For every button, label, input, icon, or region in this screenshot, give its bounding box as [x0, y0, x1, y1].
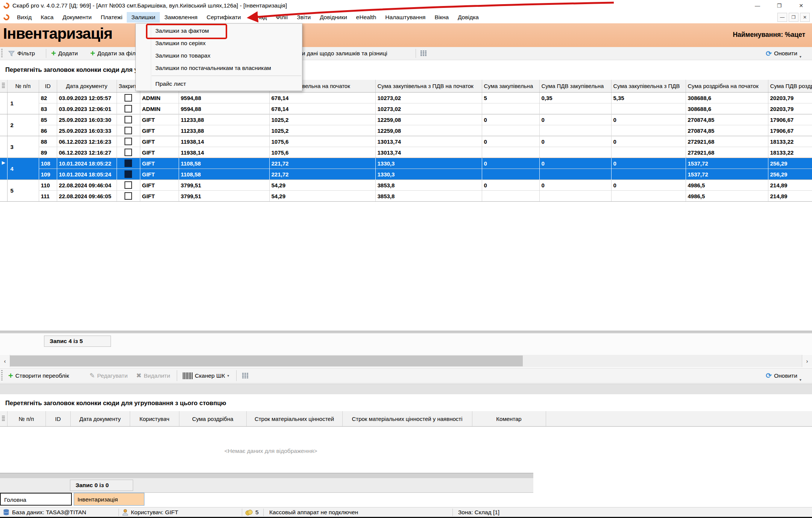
dropdown-item-5[interactable]: Прайс лист — [136, 77, 302, 90]
table-row[interactable]: 18203.09.2023 12:05:57ADMIN9594,88678,14… — [0, 93, 812, 103]
column-header-2[interactable]: ID — [39, 80, 57, 93]
table-row[interactable]: 8625.09.2023 16:03:33GIFT11233,881025,21… — [0, 125, 812, 136]
menu-item-6[interactable]: Замовлення — [160, 12, 202, 23]
cell-value-6: 5,35 — [611, 93, 686, 103]
horizontal-scrollbar-bottom[interactable] — [0, 473, 533, 479]
filter-button[interactable]: Фільтр — [8, 47, 35, 60]
column-header-2[interactable]: ID — [46, 411, 70, 427]
close-checkbox[interactable] — [124, 181, 132, 189]
cell-value-5 — [539, 103, 611, 114]
column-header-9[interactable]: Сума закупівельна — [482, 80, 539, 93]
inventory-table[interactable]: № п/пIDДата документуЗакритиСума закупів… — [0, 80, 812, 202]
menu-item-11[interactable]: Довідники — [315, 12, 352, 23]
column-header-12[interactable]: Сума роздрібна на початок — [686, 80, 768, 93]
horizontal-scrollbar[interactable]: ‹ › — [0, 355, 812, 367]
recount-table[interactable]: № п/пIDДата документуКористувачСума розд… — [0, 411, 812, 427]
menu-item-9[interactable]: Філії — [271, 12, 292, 23]
app-logo-icon — [2, 2, 11, 10]
dropdown-item-1[interactable]: Залишки за фактом — [136, 24, 302, 37]
chevron-down-icon[interactable]: ▾ — [800, 378, 801, 382]
mdi-minimize-button[interactable]: — — [777, 13, 787, 22]
table-row[interactable]: 11122.08.2024 09:46:05GIFT3799,5154,2938… — [0, 191, 812, 202]
dropdown-item-2[interactable]: Залишки по серіях — [136, 37, 302, 49]
dropdown-item-4[interactable]: Залишки по постачальникам та власникам — [136, 62, 302, 74]
tab-inventory[interactable]: Інвентаризація — [74, 493, 144, 506]
column-header-1[interactable]: № п/п — [7, 80, 39, 93]
cell-value-3: 10273,02 — [375, 93, 482, 103]
table-row[interactable]: 38806.12.2023 12:16:23GIFT11938,141075,6… — [0, 136, 812, 147]
close-checkbox[interactable] — [124, 149, 132, 156]
cell-value-6 — [611, 125, 686, 136]
close-button[interactable]: ✕ — [790, 0, 812, 11]
menu-item-2[interactable]: Каса — [36, 12, 58, 23]
close-checkbox[interactable] — [124, 116, 132, 123]
close-checkbox[interactable] — [124, 170, 132, 178]
user-icon — [122, 509, 128, 516]
column-header-5[interactable]: Сума роздрібна — [179, 411, 246, 427]
scrollbar-thumb[interactable] — [10, 355, 523, 366]
table-row[interactable]: 28525.09.2023 16:03:30GIFT11233,881025,2… — [0, 114, 812, 125]
refresh-button-bottom[interactable]: ⟳ Оновити ▾ — [766, 368, 801, 383]
column-chooser-button[interactable] — [420, 47, 426, 60]
cell-value-4: 0 — [482, 136, 539, 147]
menu-item-7[interactable]: Сертифікати — [202, 12, 245, 23]
column-header-indicator[interactable] — [0, 80, 7, 93]
menu-item-15[interactable]: Довідка — [453, 12, 483, 23]
column-header-13[interactable]: Сума ПДВ роздрібна — [768, 80, 812, 93]
column-header-3[interactable]: Дата документу — [70, 411, 130, 427]
chevron-down-icon[interactable]: ▾ — [800, 55, 801, 59]
close-checkbox[interactable] — [124, 192, 132, 200]
column-header-4[interactable]: Користувач — [130, 411, 179, 427]
add-button[interactable]: + Додати — [51, 47, 78, 60]
column-header-1[interactable]: № п/п — [7, 411, 46, 427]
scroll-left-button[interactable]: ‹ — [0, 355, 10, 367]
mdi-close-button[interactable]: ✕ — [800, 13, 810, 22]
close-checkbox[interactable] — [124, 127, 132, 134]
menu-item-12[interactable]: eHealth — [352, 12, 381, 23]
menu-item-8[interactable]: Склад — [245, 12, 271, 23]
create-recount-button[interactable]: + Створити переоблік — [8, 368, 69, 383]
menu-item-13[interactable]: Налаштування — [381, 12, 430, 23]
maximize-button[interactable]: ❐ — [768, 0, 790, 11]
header-grip-icon — [2, 83, 5, 88]
close-checkbox[interactable] — [124, 160, 132, 167]
menu-item-10[interactable]: Звіти — [292, 12, 315, 23]
pencil-icon: ✎ — [90, 372, 95, 380]
dropdown-item-3[interactable]: Залишки по товарах — [136, 49, 302, 62]
mdi-restore-button[interactable]: ❐ — [789, 13, 798, 22]
cell-value-8: 256,29 — [768, 169, 812, 180]
column-header-6[interactable]: Строк матеріальних цінностей — [246, 411, 342, 427]
barcode-scanner-button[interactable]: Сканер ШК ▾ — [183, 368, 229, 383]
menu-item-14[interactable]: Вікна — [430, 12, 453, 23]
close-checkbox[interactable] — [124, 105, 132, 112]
column-header-7[interactable]: Строк матеріальних цінностей у наявності — [342, 411, 472, 427]
refresh-button-top[interactable]: ⟳ Оновити ▾ — [766, 47, 801, 60]
table-row[interactable]: 511022.08.2024 09:46:04GIFT3799,5154,293… — [0, 180, 812, 191]
barcode-icon — [183, 372, 193, 379]
row-indicator-cell: ▶ — [0, 158, 7, 180]
close-checkbox[interactable] — [124, 138, 132, 145]
table-row[interactable]: 8303.09.2023 12:06:01ADMIN9594,88678,141… — [0, 103, 812, 114]
menu-item-4[interactable]: Платежі — [96, 12, 127, 23]
scroll-right-button[interactable]: › — [802, 355, 812, 367]
edit-button[interactable]: ✎ Редагувати — [90, 368, 127, 383]
column-header-8[interactable]: Сума закупівельна з ПДВ на початок — [375, 80, 482, 93]
column-header-10[interactable]: Сума ПДВ закупівельна — [539, 80, 611, 93]
cell-value-2: 54,29 — [269, 180, 375, 191]
table-row[interactable]: 10910.01.2024 18:05:24GIFT1108,58221,721… — [0, 169, 812, 180]
menu-item-5[interactable]: Залишки — [127, 12, 160, 23]
column-header-8[interactable]: Коментар — [472, 411, 546, 427]
column-chooser-button-2[interactable] — [242, 368, 248, 383]
minimize-button[interactable]: — — [747, 0, 768, 11]
close-checkbox[interactable] — [124, 94, 132, 102]
chevron-down-icon[interactable]: ▾ — [227, 374, 229, 378]
column-header-11[interactable]: Сума закупівельна з ПДВ — [611, 80, 686, 93]
tab-home[interactable]: Головна — [0, 493, 72, 506]
table-row[interactable]: 8906.12.2023 12:16:27GIFT11938,141075,61… — [0, 147, 812, 158]
cell-value-3: 13013,74 — [375, 136, 482, 147]
column-header-3[interactable]: Дата документу — [57, 80, 117, 93]
menu-item-1[interactable]: Вихід — [12, 12, 36, 23]
menu-item-3[interactable]: Документи — [58, 12, 96, 23]
delete-button[interactable]: ✖ Видалити — [136, 368, 170, 383]
table-row[interactable]: ▶410810.01.2024 18:05:22GIFT1108,58221,7… — [0, 158, 812, 169]
